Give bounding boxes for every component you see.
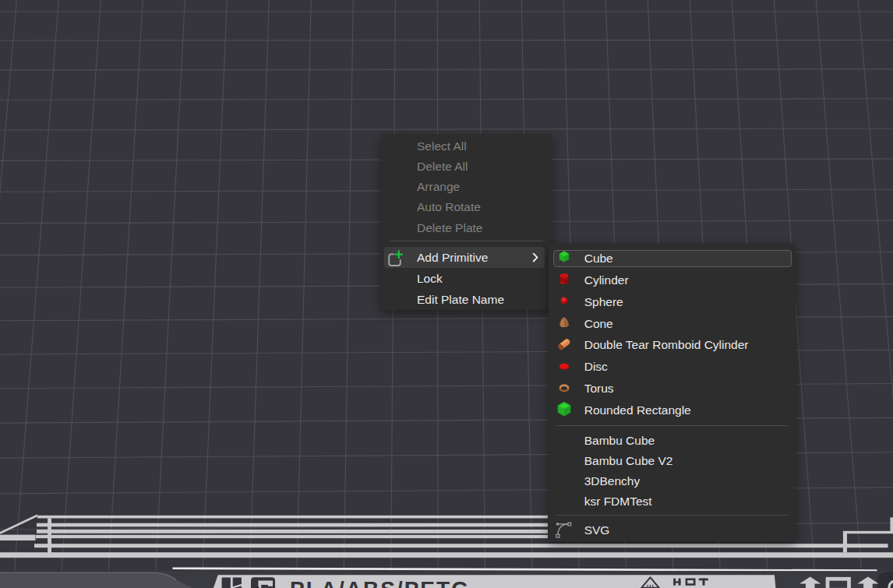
svg-text:PLA/ABS/PETG: PLA/ABS/PETG (290, 577, 470, 588)
